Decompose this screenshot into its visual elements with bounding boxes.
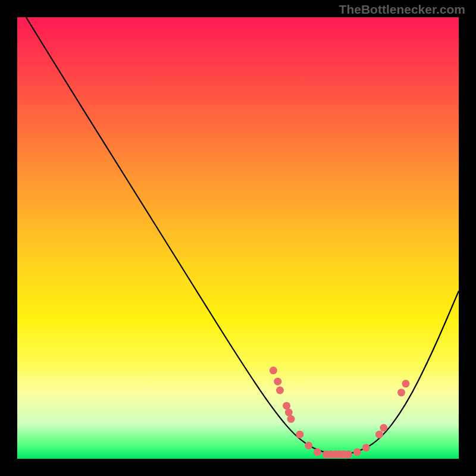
data-marker (397, 389, 405, 396)
chart-svg (17, 17, 459, 459)
data-marker (270, 367, 277, 374)
data-marker (285, 409, 293, 416)
watermark-text: TheBottlenecker.com (339, 2, 465, 17)
data-marker (283, 402, 290, 409)
data-marker (375, 431, 383, 439)
data-marker (305, 441, 312, 449)
data-marker (274, 378, 281, 386)
data-markers-group (270, 367, 410, 458)
data-marker (276, 386, 284, 394)
data-marker (402, 380, 409, 387)
chart-plot-area (17, 17, 459, 459)
data-marker (353, 448, 361, 456)
data-marker (314, 448, 321, 456)
data-marker (296, 431, 303, 439)
data-marker (380, 424, 387, 432)
data-marker (362, 444, 370, 452)
data-marker (345, 450, 352, 458)
bottleneck-curve-path (26, 17, 459, 455)
data-marker (287, 415, 295, 423)
